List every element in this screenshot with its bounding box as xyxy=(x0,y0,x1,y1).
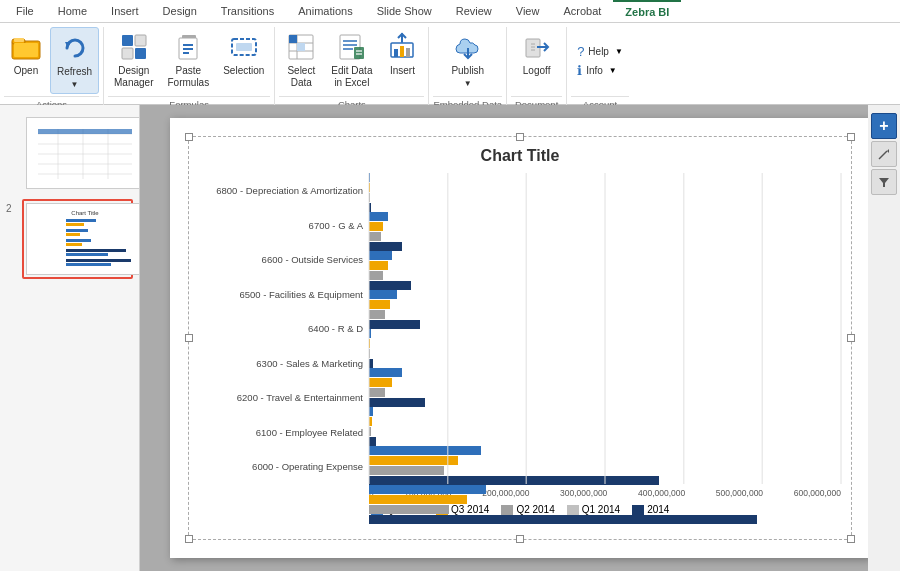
ribbon-group-charts: SelectData Edit Dat xyxy=(275,27,429,112)
ribbon-group-actions: Open Refresh ▼ Actions xyxy=(0,27,104,112)
embedded-items: Publish ▼ xyxy=(433,27,502,94)
paste-icon xyxy=(172,31,204,63)
edit-data-icon xyxy=(336,31,368,63)
help-label: Help xyxy=(588,46,609,57)
svg-rect-20 xyxy=(289,35,297,43)
open-button[interactable]: Open xyxy=(4,27,48,81)
tab-home[interactable]: Home xyxy=(46,0,99,22)
bar-group-7 xyxy=(369,446,837,485)
y-label-5: 6500 - Facilities & Equipment xyxy=(199,289,363,300)
svg-rect-26 xyxy=(354,47,364,59)
handle-tc[interactable] xyxy=(516,133,524,141)
ribbon-tab-bar: File Home Insert Design Transitions Anim… xyxy=(0,0,900,23)
tab-slideshow[interactable]: Slide Show xyxy=(365,0,444,22)
tab-view[interactable]: View xyxy=(504,0,552,22)
handle-bc[interactable] xyxy=(516,535,524,543)
select-data-button[interactable]: SelectData xyxy=(279,27,323,93)
svg-rect-57 xyxy=(66,243,82,246)
open-label: Open xyxy=(14,65,38,77)
slide-2-thumb[interactable]: Chart Title xyxy=(22,199,133,279)
tab-zebrabi[interactable]: Zebra BI xyxy=(613,0,681,22)
ribbon-group-document: Logoff Document xyxy=(507,27,567,112)
select-data-label: SelectData xyxy=(287,65,315,89)
handle-mr[interactable] xyxy=(847,334,855,342)
tab-design[interactable]: Design xyxy=(151,0,209,22)
slide-2-number: 2 xyxy=(6,203,12,214)
info-icon: ℹ xyxy=(577,63,582,78)
tab-transitions[interactable]: Transitions xyxy=(209,0,286,22)
pen-tool-button[interactable] xyxy=(871,141,897,167)
slide-1-preview xyxy=(26,117,140,189)
y-label-7: 6700 - G & A xyxy=(199,220,363,231)
tab-animations[interactable]: Animations xyxy=(286,0,364,22)
svg-rect-49 xyxy=(38,129,132,134)
ribbon: File Home Insert Design Transitions Anim… xyxy=(0,0,900,105)
svg-rect-56 xyxy=(66,239,91,242)
handle-tr[interactable] xyxy=(847,133,855,141)
design-icon xyxy=(118,31,150,63)
chart-wrapper[interactable]: Chart Title 6800 - Depreciation & Amorti… xyxy=(188,136,852,540)
refresh-label: Refresh xyxy=(57,66,92,78)
help-icon: ? xyxy=(577,44,584,59)
y-label-4: 6400 - R & D xyxy=(199,323,363,334)
svg-rect-55 xyxy=(66,233,80,236)
filter-button[interactable] xyxy=(871,169,897,195)
publish-button[interactable]: Publish ▼ xyxy=(445,27,490,92)
tab-file[interactable]: File xyxy=(4,0,46,22)
svg-rect-6 xyxy=(135,35,146,46)
selection-label: Selection xyxy=(223,65,264,77)
slide-2-container: 2 Chart Title xyxy=(6,199,133,279)
slide-canvas: Chart Title 6800 - Depreciation & Amorti… xyxy=(170,118,870,558)
folder-icon xyxy=(10,31,42,63)
svg-rect-5 xyxy=(122,35,133,46)
selection-button[interactable]: Selection xyxy=(217,27,270,81)
y-label-0: 6000 - Operating Expense xyxy=(199,461,363,472)
bar-group-1 xyxy=(369,212,837,251)
svg-rect-59 xyxy=(66,253,108,256)
bar-group-8 xyxy=(369,485,837,524)
account-items: ? Help ▼ ℹ Info ▼ xyxy=(571,27,629,94)
info-button[interactable]: ℹ Info ▼ xyxy=(571,61,629,80)
handle-br[interactable] xyxy=(847,535,855,543)
ribbon-group-account: ? Help ▼ ℹ Info ▼ Account xyxy=(567,27,633,112)
design-manager-button[interactable]: DesignManager xyxy=(108,27,159,93)
help-button[interactable]: ? Help ▼ xyxy=(571,42,629,61)
paste-formulas-label: PasteFormulas xyxy=(167,65,209,89)
cloud-icon xyxy=(452,31,484,63)
bar-group-5 xyxy=(369,368,837,407)
handle-ml[interactable] xyxy=(185,334,193,342)
insert-button[interactable]: Insert xyxy=(380,27,424,81)
selection-icon xyxy=(228,31,260,63)
publish-label: Publish xyxy=(451,65,484,77)
ribbon-group-formulas: DesignManager PasteFormulas xyxy=(104,27,275,112)
svg-rect-31 xyxy=(400,46,404,57)
svg-line-69 xyxy=(879,151,887,159)
svg-marker-70 xyxy=(887,149,889,153)
edit-data-button[interactable]: Edit Datain Excel xyxy=(325,27,378,93)
design-manager-label: DesignManager xyxy=(114,65,153,89)
chart-y-labels: 6800 - Depreciation & Amortization 6700 … xyxy=(199,173,369,484)
svg-rect-7 xyxy=(122,48,133,59)
refresh-button[interactable]: Refresh ▼ xyxy=(50,27,99,94)
tab-insert[interactable]: Insert xyxy=(99,0,151,22)
svg-rect-58 xyxy=(66,249,126,252)
handle-tl[interactable] xyxy=(185,133,193,141)
ribbon-group-embedded: Publish ▼ Embedded Data xyxy=(429,27,507,112)
actions-items: Open Refresh ▼ xyxy=(4,27,99,94)
add-chart-button[interactable]: + xyxy=(871,113,897,139)
tab-acrobat[interactable]: Acrobat xyxy=(551,0,613,22)
svg-rect-52 xyxy=(66,219,96,222)
y-label-6: 6600 - Outside Services xyxy=(199,254,363,265)
bar-group-6 xyxy=(369,407,837,446)
logoff-button[interactable]: Logoff xyxy=(515,27,559,81)
chart-bars-container xyxy=(369,173,841,484)
info-label: Info xyxy=(586,65,603,76)
paste-formulas-button[interactable]: PasteFormulas xyxy=(161,27,215,93)
tab-review[interactable]: Review xyxy=(444,0,504,22)
slide-panel: 1 xyxy=(0,105,140,571)
handle-bl[interactable] xyxy=(185,535,193,543)
select-data-icon xyxy=(285,31,317,63)
edit-data-label: Edit Datain Excel xyxy=(331,65,372,89)
slide-1-thumb[interactable] xyxy=(22,113,133,193)
insert-label: Insert xyxy=(390,65,415,77)
